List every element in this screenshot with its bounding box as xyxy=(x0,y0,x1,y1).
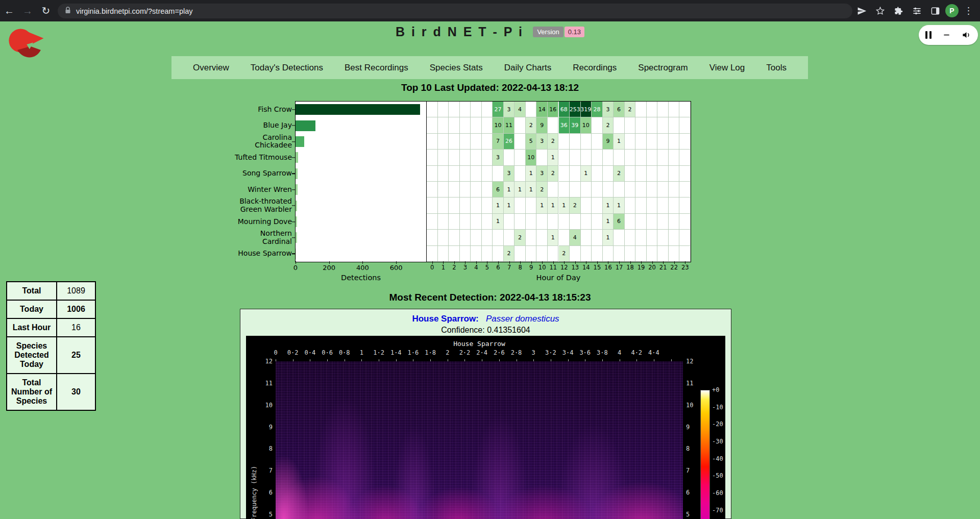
heatmap-cell: 11 xyxy=(504,117,515,133)
side-panel-icon[interactable] xyxy=(927,2,944,20)
heatmap-cell xyxy=(526,246,537,262)
refresh-icon[interactable]: ↻ xyxy=(37,2,55,20)
hour-tick-label: 8 xyxy=(518,264,522,271)
nav-item-view-log[interactable]: View Log xyxy=(709,63,745,73)
hourly-heatmap-plot: 2734141668253319283621011293639102726532… xyxy=(426,101,691,262)
species-label: Carolina Chickadee xyxy=(215,134,292,150)
spectrogram-time-tick: 4·4 xyxy=(648,349,659,356)
heatmap-cell xyxy=(581,197,592,213)
nav-item-tools[interactable]: Tools xyxy=(766,63,787,73)
detections-bar xyxy=(296,184,298,195)
stat-value[interactable]: 25 xyxy=(57,337,95,374)
heatmap-cell: 1 xyxy=(526,166,537,182)
bookmark-star-icon[interactable] xyxy=(872,2,889,20)
spectrogram-time-tick: 0·2 xyxy=(287,349,299,356)
axis-tick xyxy=(498,261,499,264)
heatmap-cell xyxy=(635,166,647,182)
heatmap-cell xyxy=(603,246,614,262)
heatmap-cell xyxy=(570,134,581,150)
spectrogram-freq-tick: 5 xyxy=(255,511,273,518)
profile-avatar[interactable]: P xyxy=(945,4,959,17)
spectrogram-freq-tick: 6 xyxy=(686,489,703,496)
heatmap-cell: 2 xyxy=(548,166,559,182)
seek-track[interactable] xyxy=(944,34,949,36)
axis-tick xyxy=(564,261,565,264)
nav-item-spectrogram[interactable]: Spectrogram xyxy=(638,63,688,73)
species-label: Black-throated Green Warbler xyxy=(215,197,292,213)
heatmap-cell: 1 xyxy=(504,197,515,213)
heatmap-cell xyxy=(592,150,603,165)
spectrogram-time-tick: 0·4 xyxy=(305,349,316,356)
axis-tick xyxy=(608,261,608,264)
spectrogram-freq-tick: 11 xyxy=(255,380,273,387)
forward-icon[interactable]: → xyxy=(18,2,37,20)
share-icon[interactable] xyxy=(853,2,870,20)
heatmap-cell xyxy=(427,197,438,213)
nav-item-best-recordings[interactable]: Best Recordings xyxy=(345,63,408,73)
heatmap-cell xyxy=(625,230,636,245)
heatmap-cell: 9 xyxy=(603,134,614,150)
nav-item-species-stats[interactable]: Species Stats xyxy=(430,63,483,73)
heatmap-cell xyxy=(581,182,592,197)
address-bar[interactable]: virginia.birdnetpi.com/?stream=play xyxy=(58,4,852,18)
stat-value[interactable]: 30 xyxy=(57,374,95,410)
heatmap-cell: 2 xyxy=(526,117,537,133)
heatmap-cell xyxy=(635,117,647,133)
axis-tick xyxy=(575,261,576,264)
heatmap-cell xyxy=(603,150,614,165)
heatmap-cell xyxy=(482,117,493,133)
heatmap-cell xyxy=(460,102,471,117)
menu-dots-icon[interactable]: ⋮ xyxy=(960,2,977,20)
extensions-puzzle-icon[interactable] xyxy=(890,2,907,20)
stat-label: Species Detected Today xyxy=(7,337,57,374)
pause-icon[interactable] xyxy=(925,31,932,39)
heatmap-cell xyxy=(482,102,493,117)
heatmap-cell xyxy=(669,150,680,165)
heatmap-cell xyxy=(647,246,658,262)
heatmap-cell: 2 xyxy=(603,117,614,133)
heatmap-cell xyxy=(482,134,493,150)
nav-item-recordings[interactable]: Recordings xyxy=(573,63,617,73)
heatmap-cell: 6 xyxy=(493,182,504,197)
nav-item-daily-charts[interactable]: Daily Charts xyxy=(504,63,552,73)
heatmap-cell: 1 xyxy=(603,230,614,245)
bar-axis-tick-label: 600 xyxy=(390,264,403,271)
heatmap-cell xyxy=(570,150,581,165)
volume-icon[interactable] xyxy=(962,30,971,40)
heatmap-cell xyxy=(460,134,471,150)
heatmap-cell xyxy=(438,197,449,213)
colorbar-tick-label: -60 xyxy=(712,489,723,497)
heatmap-cell xyxy=(559,214,570,230)
heatmap-cell xyxy=(635,230,647,245)
stat-value[interactable]: 1006 xyxy=(57,300,95,318)
heatmap-cell xyxy=(548,214,559,230)
heatmap-cell xyxy=(427,182,438,197)
heatmap-cell xyxy=(635,182,647,197)
axis-tick xyxy=(465,261,465,264)
audio-player[interactable] xyxy=(919,25,978,45)
heatmap-cell xyxy=(592,246,603,262)
url-text[interactable]: virginia.birdnetpi.com/?stream=play xyxy=(76,7,192,15)
species-label: Northern Cardinal xyxy=(215,230,292,245)
heatmap-cell xyxy=(679,166,691,182)
nav-item-today-s-detections[interactable]: Today's Detections xyxy=(251,63,323,73)
tune-icon[interactable] xyxy=(909,2,925,20)
axis-tick xyxy=(652,261,653,264)
heatmap-cell: 1 xyxy=(614,134,625,150)
spectrogram-time-tick: 2·2 xyxy=(459,349,471,356)
hour-tick-label: 14 xyxy=(582,264,590,271)
species-common-name[interactable]: House Sparrow: xyxy=(412,314,478,324)
heatmap-cell xyxy=(647,214,658,230)
heatmap-cell xyxy=(669,214,680,230)
species-latin-name[interactable]: Passer domesticus xyxy=(486,314,559,324)
spectrogram-time-tick: 0·8 xyxy=(339,349,350,356)
heatmap-cell: 27 xyxy=(493,102,504,117)
nav-item-overview[interactable]: Overview xyxy=(193,63,229,73)
heatmap-cell: 2 xyxy=(504,246,515,262)
spectrogram-freq-tick: 10 xyxy=(255,402,273,409)
spectrogram-freq-tick: 5 xyxy=(686,511,703,518)
heatmap-cell xyxy=(559,182,570,197)
back-icon[interactable]: ← xyxy=(0,2,18,20)
heatmap-cell xyxy=(449,166,460,182)
heatmap-cell xyxy=(581,150,592,165)
